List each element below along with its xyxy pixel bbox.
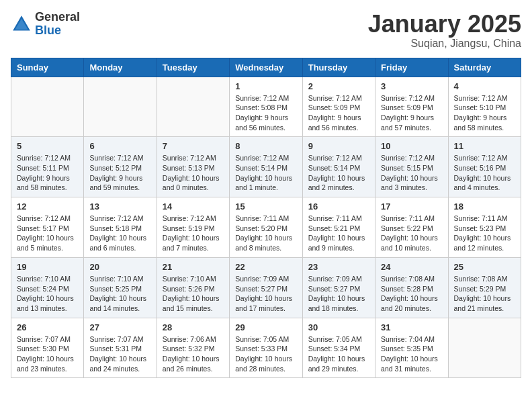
day-info: Sunrise: 7:11 AM Sunset: 5:22 PM Dayligh… bbox=[381, 214, 442, 253]
day-number: 30 bbox=[308, 322, 369, 332]
day-info: Sunrise: 7:12 AM Sunset: 5:15 PM Dayligh… bbox=[381, 153, 442, 193]
day-number: 24 bbox=[381, 262, 442, 272]
day-info: Sunrise: 7:09 AM Sunset: 5:27 PM Dayligh… bbox=[235, 274, 296, 314]
calendar-day-cell bbox=[84, 77, 157, 137]
day-info: Sunrise: 7:04 AM Sunset: 5:35 PM Dayligh… bbox=[381, 334, 442, 374]
day-number: 23 bbox=[308, 262, 369, 272]
day-number: 27 bbox=[89, 322, 150, 332]
calendar-day-cell: 5Sunrise: 7:12 AM Sunset: 5:11 PM Daylig… bbox=[11, 137, 84, 197]
day-number: 6 bbox=[89, 141, 150, 151]
calendar-day-cell: 20Sunrise: 7:10 AM Sunset: 5:25 PM Dayli… bbox=[84, 257, 157, 318]
day-number: 14 bbox=[163, 201, 224, 212]
calendar-day-cell: 8Sunrise: 7:12 AM Sunset: 5:14 PM Daylig… bbox=[230, 137, 302, 197]
day-info: Sunrise: 7:12 AM Sunset: 5:19 PM Dayligh… bbox=[163, 214, 224, 253]
calendar-day-cell: 23Sunrise: 7:09 AM Sunset: 5:27 PM Dayli… bbox=[302, 257, 375, 318]
day-info: Sunrise: 7:10 AM Sunset: 5:25 PM Dayligh… bbox=[89, 274, 150, 314]
weekday-header-wednesday: Wednesday bbox=[230, 58, 302, 77]
day-info: Sunrise: 7:12 AM Sunset: 5:13 PM Dayligh… bbox=[163, 153, 224, 193]
day-number: 9 bbox=[308, 141, 369, 151]
day-info: Sunrise: 7:08 AM Sunset: 5:28 PM Dayligh… bbox=[381, 274, 442, 314]
calendar-day-cell: 30Sunrise: 7:05 AM Sunset: 5:34 PM Dayli… bbox=[302, 318, 375, 378]
calendar-day-cell: 31Sunrise: 7:04 AM Sunset: 5:35 PM Dayli… bbox=[375, 318, 448, 378]
location-text: Suqian, Jiangsu, China bbox=[368, 38, 521, 50]
day-number: 17 bbox=[381, 201, 442, 212]
logo-icon bbox=[11, 13, 32, 35]
logo: General Blue bbox=[11, 11, 80, 38]
logo-blue-text: Blue bbox=[35, 24, 80, 38]
logo-general-text: General bbox=[35, 11, 80, 24]
calendar-day-cell: 14Sunrise: 7:12 AM Sunset: 5:19 PM Dayli… bbox=[157, 197, 229, 258]
day-number: 5 bbox=[17, 141, 78, 151]
day-number: 16 bbox=[308, 201, 369, 212]
calendar-day-cell: 10Sunrise: 7:12 AM Sunset: 5:15 PM Dayli… bbox=[375, 137, 448, 197]
day-number: 3 bbox=[381, 81, 442, 91]
day-number: 21 bbox=[163, 262, 224, 272]
weekday-header-sunday: Sunday bbox=[11, 58, 84, 77]
day-info: Sunrise: 7:07 AM Sunset: 5:31 PM Dayligh… bbox=[89, 334, 150, 374]
day-number: 25 bbox=[454, 262, 515, 272]
day-number: 11 bbox=[454, 141, 515, 151]
calendar-day-cell: 24Sunrise: 7:08 AM Sunset: 5:28 PM Dayli… bbox=[375, 257, 448, 318]
calendar-day-cell: 11Sunrise: 7:12 AM Sunset: 5:16 PM Dayli… bbox=[448, 137, 521, 197]
calendar-day-cell: 7Sunrise: 7:12 AM Sunset: 5:13 PM Daylig… bbox=[157, 137, 229, 197]
calendar-day-cell bbox=[11, 77, 84, 137]
day-info: Sunrise: 7:11 AM Sunset: 5:21 PM Dayligh… bbox=[308, 214, 369, 253]
day-number: 19 bbox=[17, 262, 78, 272]
calendar-day-cell: 26Sunrise: 7:07 AM Sunset: 5:30 PM Dayli… bbox=[11, 318, 84, 378]
calendar-day-cell: 21Sunrise: 7:10 AM Sunset: 5:26 PM Dayli… bbox=[157, 257, 229, 318]
day-number: 2 bbox=[308, 81, 369, 91]
day-number: 12 bbox=[17, 201, 78, 212]
day-number: 20 bbox=[89, 262, 150, 272]
day-number: 7 bbox=[163, 141, 224, 151]
calendar-day-cell: 17Sunrise: 7:11 AM Sunset: 5:22 PM Dayli… bbox=[375, 197, 448, 258]
calendar-day-cell: 13Sunrise: 7:12 AM Sunset: 5:18 PM Dayli… bbox=[84, 197, 157, 258]
day-info: Sunrise: 7:05 AM Sunset: 5:33 PM Dayligh… bbox=[235, 334, 296, 374]
calendar-day-cell: 16Sunrise: 7:11 AM Sunset: 5:21 PM Dayli… bbox=[302, 197, 375, 258]
day-number: 1 bbox=[235, 81, 296, 91]
day-info: Sunrise: 7:11 AM Sunset: 5:23 PM Dayligh… bbox=[454, 214, 515, 253]
calendar-day-cell: 3Sunrise: 7:12 AM Sunset: 5:09 PM Daylig… bbox=[375, 77, 448, 137]
day-number: 28 bbox=[163, 322, 224, 332]
day-info: Sunrise: 7:12 AM Sunset: 5:16 PM Dayligh… bbox=[454, 153, 515, 193]
calendar-day-cell: 4Sunrise: 7:12 AM Sunset: 5:10 PM Daylig… bbox=[448, 77, 521, 137]
weekday-header-row: SundayMondayTuesdayWednesdayThursdayFrid… bbox=[11, 58, 521, 77]
weekday-header-friday: Friday bbox=[375, 58, 448, 77]
calendar-day-cell: 6Sunrise: 7:12 AM Sunset: 5:12 PM Daylig… bbox=[84, 137, 157, 197]
day-number: 26 bbox=[17, 322, 78, 332]
weekday-header-tuesday: Tuesday bbox=[157, 58, 229, 77]
day-number: 18 bbox=[454, 201, 515, 212]
day-info: Sunrise: 7:12 AM Sunset: 5:09 PM Dayligh… bbox=[381, 93, 442, 133]
day-number: 31 bbox=[381, 322, 442, 332]
day-info: Sunrise: 7:07 AM Sunset: 5:30 PM Dayligh… bbox=[17, 334, 78, 374]
weekday-header-thursday: Thursday bbox=[302, 58, 375, 77]
day-number: 13 bbox=[89, 201, 150, 212]
calendar-day-cell: 25Sunrise: 7:08 AM Sunset: 5:29 PM Dayli… bbox=[448, 257, 521, 318]
calendar-day-cell: 27Sunrise: 7:07 AM Sunset: 5:31 PM Dayli… bbox=[84, 318, 157, 378]
logo-text: General Blue bbox=[35, 11, 80, 38]
day-info: Sunrise: 7:12 AM Sunset: 5:18 PM Dayligh… bbox=[89, 214, 150, 253]
month-title: January 2025 bbox=[368, 11, 521, 38]
calendar-table: SundayMondayTuesdayWednesdayThursdayFrid… bbox=[11, 58, 521, 379]
weekday-header-saturday: Saturday bbox=[448, 58, 521, 77]
calendar-day-cell: 9Sunrise: 7:12 AM Sunset: 5:14 PM Daylig… bbox=[302, 137, 375, 197]
day-info: Sunrise: 7:10 AM Sunset: 5:26 PM Dayligh… bbox=[163, 274, 224, 314]
calendar-day-cell: 22Sunrise: 7:09 AM Sunset: 5:27 PM Dayli… bbox=[230, 257, 302, 318]
calendar-week-row: 5Sunrise: 7:12 AM Sunset: 5:11 PM Daylig… bbox=[11, 137, 521, 197]
calendar-day-cell: 28Sunrise: 7:06 AM Sunset: 5:32 PM Dayli… bbox=[157, 318, 229, 378]
day-info: Sunrise: 7:10 AM Sunset: 5:24 PM Dayligh… bbox=[17, 274, 78, 314]
day-info: Sunrise: 7:12 AM Sunset: 5:10 PM Dayligh… bbox=[454, 93, 515, 133]
day-number: 10 bbox=[381, 141, 442, 151]
calendar-week-row: 12Sunrise: 7:12 AM Sunset: 5:17 PM Dayli… bbox=[11, 197, 521, 258]
day-info: Sunrise: 7:08 AM Sunset: 5:29 PM Dayligh… bbox=[454, 274, 515, 314]
calendar-day-cell: 18Sunrise: 7:11 AM Sunset: 5:23 PM Dayli… bbox=[448, 197, 521, 258]
calendar-day-cell: 1Sunrise: 7:12 AM Sunset: 5:08 PM Daylig… bbox=[230, 77, 302, 137]
day-info: Sunrise: 7:12 AM Sunset: 5:17 PM Dayligh… bbox=[17, 214, 78, 253]
calendar-day-cell bbox=[448, 318, 521, 378]
day-info: Sunrise: 7:12 AM Sunset: 5:08 PM Dayligh… bbox=[235, 93, 296, 133]
calendar-day-cell bbox=[157, 77, 229, 137]
weekday-header-monday: Monday bbox=[84, 58, 157, 77]
day-number: 8 bbox=[235, 141, 296, 151]
calendar-day-cell: 29Sunrise: 7:05 AM Sunset: 5:33 PM Dayli… bbox=[230, 318, 302, 378]
day-info: Sunrise: 7:05 AM Sunset: 5:34 PM Dayligh… bbox=[308, 334, 369, 374]
day-info: Sunrise: 7:12 AM Sunset: 5:09 PM Dayligh… bbox=[308, 93, 369, 133]
